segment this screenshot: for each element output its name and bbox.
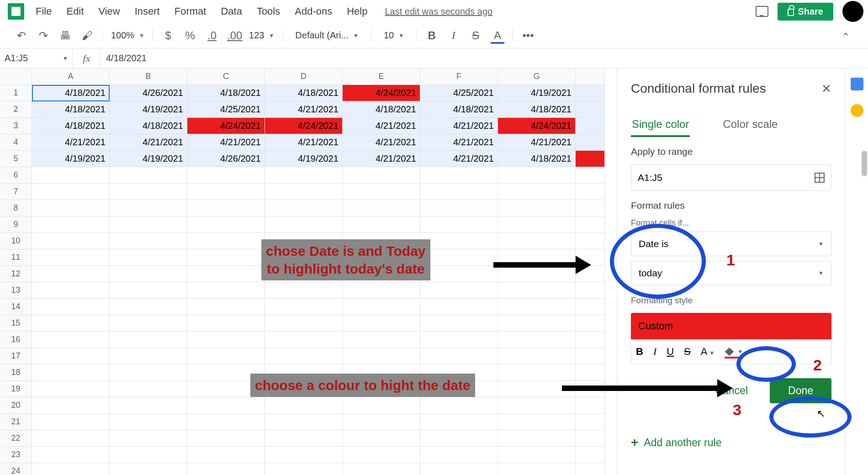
cell[interactable] (498, 414, 576, 430)
currency-icon[interactable]: $ (161, 29, 175, 42)
cell[interactable] (110, 381, 187, 397)
text-color-icon[interactable]: A (491, 29, 504, 42)
cell[interactable] (187, 282, 265, 299)
col-header[interactable]: E (343, 69, 420, 85)
cell[interactable] (420, 184, 498, 200)
cell[interactable] (498, 200, 576, 216)
percent-icon[interactable]: % (183, 29, 197, 42)
cell[interactable] (498, 348, 576, 364)
row-header[interactable]: 7 (0, 184, 32, 200)
cell[interactable]: 4/21/2021 (343, 134, 420, 151)
cell[interactable] (110, 447, 187, 463)
cell[interactable] (420, 463, 498, 475)
cell[interactable] (498, 463, 576, 475)
cell[interactable] (187, 447, 265, 463)
cell[interactable] (498, 430, 576, 447)
cell[interactable] (343, 463, 420, 475)
font-size-select[interactable]: 10▼ (380, 28, 408, 43)
cell[interactable]: 4/25/2021 (420, 85, 498, 101)
cell[interactable]: 4/18/2021 (343, 101, 420, 118)
cell[interactable] (420, 299, 498, 315)
cell[interactable]: 4/21/2021 (498, 134, 576, 151)
menu-view[interactable]: View (92, 3, 126, 20)
cell[interactable] (576, 315, 605, 332)
cell[interactable] (576, 364, 605, 381)
cell[interactable] (32, 216, 110, 233)
cell[interactable] (343, 200, 420, 216)
cell[interactable] (498, 167, 576, 184)
cell[interactable] (343, 414, 420, 430)
cell[interactable] (265, 315, 343, 332)
row-header[interactable]: 2 (0, 101, 32, 118)
cell[interactable]: 4/21/2021 (420, 118, 498, 134)
cell[interactable] (187, 216, 265, 233)
cell[interactable] (32, 200, 110, 216)
cell[interactable] (576, 101, 605, 118)
cell[interactable]: 4/18/2021 (32, 85, 110, 101)
cell[interactable] (498, 315, 576, 332)
cell[interactable] (265, 447, 343, 463)
close-icon[interactable]: ✕ (821, 82, 831, 96)
row-header[interactable]: 15 (0, 315, 32, 332)
cell[interactable] (32, 463, 110, 475)
style-italic-icon[interactable]: I (653, 346, 656, 358)
cell[interactable] (420, 332, 498, 348)
style-strike-icon[interactable]: S (684, 346, 691, 358)
cell[interactable] (265, 332, 343, 348)
style-fill-color-icon[interactable]: ▼ (725, 348, 743, 356)
cell[interactable] (187, 430, 265, 447)
cell[interactable]: 4/21/2021 (420, 134, 498, 151)
cell[interactable]: 4/18/2021 (265, 85, 343, 101)
cell[interactable] (576, 85, 605, 101)
zoom-select[interactable]: 100%▼ (111, 30, 144, 41)
cell[interactable] (576, 348, 605, 364)
cell[interactable] (498, 184, 576, 200)
cell[interactable] (576, 118, 605, 134)
cell[interactable] (110, 348, 187, 364)
cell[interactable] (576, 200, 605, 216)
style-bold-icon[interactable]: B (636, 346, 643, 358)
cell[interactable]: 4/21/2021 (343, 118, 420, 134)
row-header[interactable]: 19 (0, 381, 32, 397)
row-header[interactable]: 6 (0, 167, 32, 184)
row-header[interactable]: 3 (0, 118, 32, 134)
print-icon[interactable]: 🖶 (58, 29, 72, 42)
cell[interactable]: 4/18/2021 (32, 101, 110, 118)
paint-format-icon[interactable]: 🖌 (80, 29, 94, 42)
cell[interactable] (576, 216, 605, 233)
cell[interactable]: 4/21/2021 (265, 134, 343, 151)
range-input[interactable]: A1:J5 (631, 164, 831, 191)
col-header[interactable]: A (32, 69, 110, 85)
cell[interactable] (265, 397, 343, 414)
tab-single-color[interactable]: Single color (631, 113, 690, 137)
cell[interactable] (420, 348, 498, 364)
cell[interactable] (110, 315, 187, 332)
cell[interactable] (187, 397, 265, 414)
row-header[interactable]: 23 (0, 447, 32, 463)
menu-insert[interactable]: Insert (128, 3, 166, 20)
cell[interactable] (265, 184, 343, 200)
cell[interactable] (110, 463, 187, 475)
cell[interactable] (187, 266, 265, 282)
cell[interactable] (110, 414, 187, 430)
cell[interactable] (32, 447, 110, 463)
row-header[interactable]: 13 (0, 282, 32, 299)
cell[interactable] (343, 397, 420, 414)
cell[interactable] (187, 299, 265, 315)
share-button[interactable]: Share (778, 3, 833, 21)
cell[interactable]: 4/24/2021 (343, 85, 420, 101)
cell[interactable]: 4/18/2021 (420, 101, 498, 118)
cell[interactable] (265, 430, 343, 447)
cell[interactable] (343, 348, 420, 364)
cell[interactable] (265, 200, 343, 216)
cell[interactable] (187, 348, 265, 364)
cell[interactable] (187, 463, 265, 475)
cell[interactable] (576, 167, 605, 184)
cell[interactable] (343, 216, 420, 233)
row-header[interactable]: 18 (0, 364, 32, 381)
cell[interactable] (32, 348, 110, 364)
row-header[interactable]: 16 (0, 332, 32, 348)
style-preview[interactable]: Custom (631, 313, 831, 339)
cell[interactable] (110, 266, 187, 282)
cell[interactable] (187, 249, 265, 266)
